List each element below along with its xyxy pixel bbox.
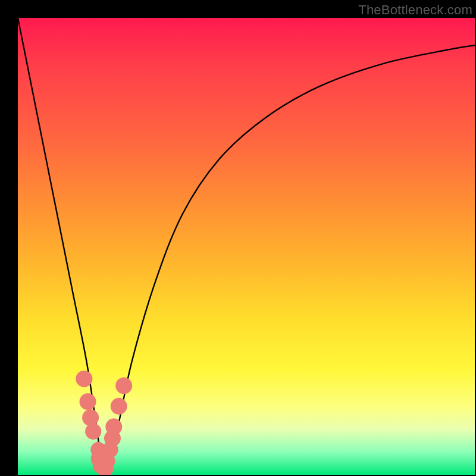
data-marker <box>85 423 101 439</box>
chart-svg <box>18 18 475 475</box>
chart-frame: TheBottleneck.com <box>0 0 476 476</box>
data-marker <box>111 398 127 415</box>
data-marker <box>115 377 132 394</box>
plot-area <box>18 18 475 475</box>
data-marker <box>105 418 122 435</box>
watermark-text: TheBottleneck.com <box>358 2 472 18</box>
data-marker <box>76 371 92 387</box>
marker-layer <box>76 371 132 475</box>
data-marker <box>80 393 96 410</box>
data-marker <box>82 409 99 426</box>
